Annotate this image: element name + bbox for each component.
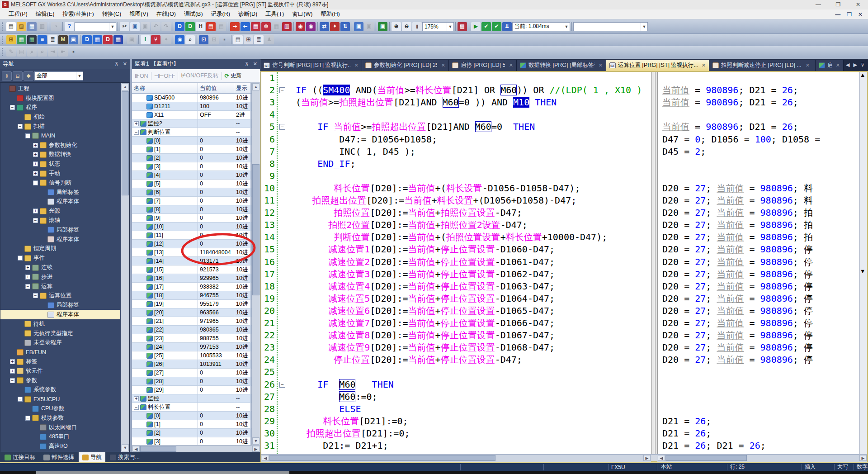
- watch-col-2[interactable]: 显示: [234, 83, 251, 93]
- toolbar-icon[interactable]: ▣: [69, 35, 78, 44]
- collapse-icon[interactable]: −: [33, 293, 38, 298]
- nav-tree-item-MAIN[interactable]: −MAIN: [0, 131, 120, 141]
- collapse-icon[interactable]: −: [134, 130, 139, 135]
- menu-调试(B)[interactable]: 调试(B): [180, 10, 207, 18]
- nav-tree-item-未登录程序[interactable]: 未登录程序: [0, 338, 120, 348]
- watch-row[interactable]: [23]98875510进: [132, 334, 251, 343]
- toolbar-icon[interactable]: ▦: [27, 35, 37, 44]
- expand-icon[interactable]: +: [25, 265, 30, 270]
- toolbar-icon[interactable]: ⊖: [402, 22, 411, 31]
- nav-tree-item-局部标签[interactable]: 局部标签: [0, 300, 120, 310]
- watch-row[interactable]: [16]92996510进: [132, 274, 251, 283]
- doc-tab-数据转换 [PRG] [局部标签设置][interactable]: 数据转换 [PRG] [局部标签设置]✕: [517, 60, 606, 71]
- toolbar-icon[interactable]: ✦: [330, 22, 340, 31]
- menu-工具(T)[interactable]: 工具(T): [261, 10, 288, 18]
- toolbar-icon[interactable]: D: [185, 22, 195, 31]
- toolbar-icon[interactable]: ⌕: [38, 47, 47, 57]
- toolbar-icon[interactable]: ▤: [233, 35, 243, 44]
- tab-close-icon[interactable]: ✕: [599, 62, 603, 68]
- nav-tree-item-程序[interactable]: −程序: [0, 103, 120, 113]
- close-icon[interactable]: ✕: [253, 61, 257, 67]
- toolbar-icon[interactable]: ⊡: [199, 35, 208, 44]
- watch-row[interactable]: [0]010进: [132, 412, 251, 420]
- menu-编辑(E)[interactable]: 编辑(E): [32, 10, 59, 18]
- watch-row[interactable]: [27]010进: [132, 369, 251, 377]
- nav-tree-item-标签[interactable]: +标签: [0, 357, 120, 366]
- nav-tree-item-局部标签[interactable]: 局部标签: [0, 225, 120, 235]
- expand-icon[interactable]: +: [33, 171, 38, 176]
- toolbar-icon[interactable]: ▤: [6, 22, 16, 31]
- tab-scroll-left-icon[interactable]: ◀: [846, 62, 849, 68]
- toolbar-icon[interactable]: ▥: [282, 22, 292, 31]
- toolbar-icon[interactable]: ▶: [471, 22, 481, 31]
- toolbar-icon[interactable]: ▣: [141, 22, 150, 31]
- watch-row[interactable]: [1]010进: [132, 420, 251, 429]
- watch-row[interactable]: [14]91317110进: [132, 257, 251, 265]
- expand-icon[interactable]: +: [33, 209, 38, 213]
- watch-row[interactable]: [3]010进: [132, 437, 251, 445]
- close-icon[interactable]: ✕: [123, 61, 127, 67]
- toolbar-icon[interactable]: ✎: [6, 47, 16, 57]
- toolbar-icon[interactable]: H: [196, 22, 205, 31]
- watch-row[interactable]: [1]010进: [132, 145, 251, 154]
- nav-tree-item-数据转换[interactable]: +数据转换: [0, 150, 120, 160]
- watch-row[interactable]: SD450098089610进: [132, 94, 251, 102]
- toolbar-icon[interactable]: ✦: [161, 35, 171, 44]
- fold-collapse-icon[interactable]: −: [279, 87, 285, 93]
- collapse-icon[interactable]: −: [134, 405, 139, 410]
- doc-tab-运算位置 [PRG] [ST] 监视执行...[interactable]: ST运算位置 [PRG] [ST] 监视执行...✕: [606, 60, 709, 71]
- menu-在线(O)[interactable]: 在线(O): [152, 10, 180, 18]
- toolbar-icon[interactable]: ♟: [264, 35, 274, 44]
- nav-tree-item-事件[interactable]: −事件: [0, 253, 120, 263]
- collapse-icon[interactable]: −: [33, 218, 38, 223]
- toolbar-icon[interactable]: ⊕: [392, 22, 401, 31]
- expand-icon[interactable]: +: [33, 143, 38, 148]
- nav-tree-item-状态[interactable]: +状态: [0, 159, 120, 169]
- monitor-hscrollbar[interactable]: ◀▶: [657, 455, 867, 462]
- watch-scrollbar[interactable]: ▲ ▼: [251, 83, 260, 445]
- mdi-close-icon[interactable]: ✕: [858, 11, 863, 18]
- toolbar-icon[interactable]: ⌕: [185, 35, 195, 44]
- watch-row[interactable]: −判断位置--: [132, 128, 251, 137]
- watch-row[interactable]: [17]93838210进: [132, 283, 251, 291]
- collapse-icon[interactable]: −: [25, 133, 30, 138]
- watch-on-button[interactable]: ⊪ON: [135, 72, 148, 79]
- nav-tree-item-连续[interactable]: +连续: [0, 263, 120, 272]
- nav-tree-item-扫描[interactable]: −扫描: [0, 122, 120, 131]
- toolbar-icon[interactable]: ⑂: [151, 35, 160, 44]
- watch-row[interactable]: [15]92157310进: [132, 265, 251, 274]
- tree-collapse-icon[interactable]: ⇕: [2, 71, 12, 81]
- watch-off-button[interactable]: ⊣⊢OFF: [154, 72, 175, 79]
- watch-col-1[interactable]: 当前值: [198, 83, 234, 93]
- toolbar-icon[interactable]: ≣: [48, 35, 57, 44]
- tab-close-icon[interactable]: ✕: [806, 62, 810, 68]
- doc-tab-拍照判断减速停止 [PRG] [LD] ...[interactable]: 拍照判断减速停止 [PRG] [LD] ...✕: [709, 60, 816, 71]
- doc-tab-信号判断 [PRG] [ST] 监视执行...[interactable]: ST信号判断 [PRG] [ST] 监视执行...✕: [260, 60, 362, 71]
- scan-time-combo[interactable]: 当前: 1.084ms▼: [512, 22, 570, 31]
- watch-row[interactable]: [28]010进: [132, 377, 251, 386]
- toolbar-icon[interactable]: ⬅: [241, 22, 250, 31]
- menu-诊断(D)[interactable]: 诊断(D): [234, 10, 261, 18]
- dock-tab-搜索与...[interactable]: 搜索与...: [106, 452, 143, 462]
- toolbar-icon[interactable]: ▦: [272, 22, 281, 31]
- toolbar-icon[interactable]: ▩: [458, 22, 467, 31]
- toolbar-icon[interactable]: ▦: [113, 35, 123, 44]
- watch-hscrollbar[interactable]: ◀ ▶: [132, 445, 260, 452]
- watch-update-button[interactable]: ⟳更新: [225, 72, 242, 80]
- watch-row[interactable]: +监控2--: [132, 119, 251, 128]
- doc-tab-启动[interactable]: 启动✕: [816, 60, 844, 71]
- expand-icon[interactable]: +: [134, 121, 139, 126]
- nav-tree-item-局部标签[interactable]: 局部标签: [0, 188, 120, 197]
- toolbar-icon[interactable]: ◔: [51, 22, 61, 31]
- toolbar-icon[interactable]: ↷: [161, 22, 171, 31]
- toolbar-icon[interactable]: ⊞: [6, 35, 16, 44]
- watch-row[interactable]: [19]95517910进: [132, 300, 251, 308]
- toolbar-icon[interactable]: ▦: [251, 22, 260, 31]
- toolbar-icon[interactable]: ⇤: [58, 47, 68, 57]
- close-button[interactable]: ✕: [848, 0, 868, 9]
- toolbar-icon[interactable]: ▦: [27, 22, 37, 31]
- nav-tree-item-CPU参数[interactable]: CPU参数: [0, 404, 120, 413]
- watch-row[interactable]: [26]101391110进: [132, 360, 251, 369]
- fold-collapse-icon[interactable]: −: [279, 124, 285, 130]
- doc-tab-启停 [PRG] [LD] 584步[interactable]: 启停 [PRG] [LD] 584步✕: [449, 60, 517, 71]
